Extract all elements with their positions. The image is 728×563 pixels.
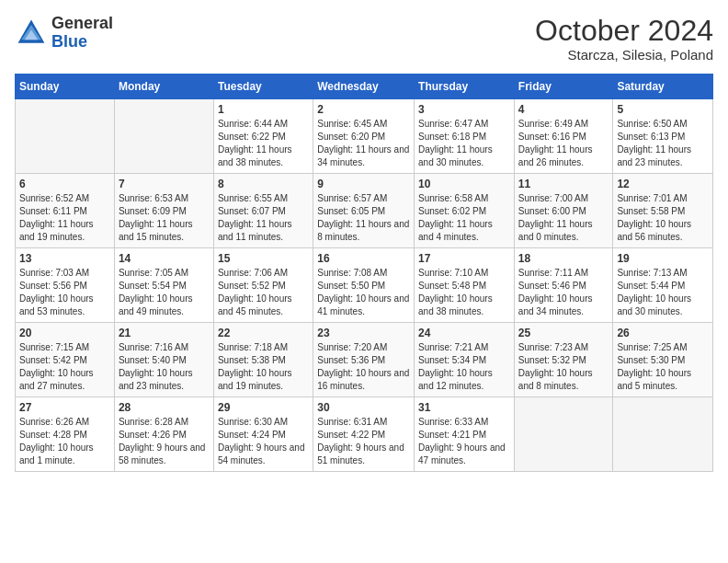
day-info: Sunrise: 6:45 AM Sunset: 6:20 PM Dayligh… bbox=[317, 118, 410, 169]
day-info: Sunrise: 7:20 AM Sunset: 5:36 PM Dayligh… bbox=[317, 341, 410, 393]
week-row-3: 13Sunrise: 7:03 AM Sunset: 5:56 PM Dayli… bbox=[16, 248, 713, 323]
day-number: 17 bbox=[418, 252, 510, 265]
day-number: 10 bbox=[418, 178, 510, 190]
day-number: 11 bbox=[518, 178, 609, 190]
calendar-cell: 26Sunrise: 7:25 AM Sunset: 5:30 PM Dayli… bbox=[613, 323, 713, 397]
week-row-1: 1Sunrise: 6:44 AM Sunset: 6:22 PM Daylig… bbox=[16, 99, 713, 174]
day-info: Sunrise: 6:52 AM Sunset: 6:11 PM Dayligh… bbox=[19, 192, 110, 244]
title-block: October 2024 Starcza, Silesia, Poland bbox=[535, 15, 713, 63]
calendar-cell bbox=[613, 397, 713, 472]
day-number: 2 bbox=[317, 103, 410, 116]
day-info: Sunrise: 6:53 AM Sunset: 6:09 PM Dayligh… bbox=[119, 192, 210, 244]
day-info: Sunrise: 7:23 AM Sunset: 5:32 PM Dayligh… bbox=[518, 341, 609, 393]
calendar-cell: 21Sunrise: 7:16 AM Sunset: 5:40 PM Dayli… bbox=[114, 323, 213, 397]
day-info: Sunrise: 6:57 AM Sunset: 6:05 PM Dayligh… bbox=[317, 192, 410, 244]
calendar-cell bbox=[16, 99, 115, 174]
col-wednesday: Wednesday bbox=[313, 75, 415, 99]
col-friday: Friday bbox=[514, 75, 613, 99]
calendar-cell: 19Sunrise: 7:13 AM Sunset: 5:44 PM Dayli… bbox=[613, 248, 713, 323]
day-info: Sunrise: 6:44 AM Sunset: 6:22 PM Dayligh… bbox=[218, 118, 309, 169]
col-monday: Monday bbox=[114, 75, 213, 99]
day-info: Sunrise: 7:05 AM Sunset: 5:54 PM Dayligh… bbox=[119, 267, 210, 318]
day-info: Sunrise: 7:15 AM Sunset: 5:42 PM Dayligh… bbox=[19, 341, 110, 393]
day-number: 14 bbox=[119, 252, 210, 265]
calendar-cell: 22Sunrise: 7:18 AM Sunset: 5:38 PM Dayli… bbox=[213, 323, 313, 397]
calendar-body: 1Sunrise: 6:44 AM Sunset: 6:22 PM Daylig… bbox=[16, 99, 713, 472]
day-number: 22 bbox=[218, 327, 309, 339]
week-row-5: 27Sunrise: 6:26 AM Sunset: 4:28 PM Dayli… bbox=[16, 397, 713, 472]
calendar-cell bbox=[514, 397, 613, 472]
day-number: 12 bbox=[617, 178, 709, 190]
calendar-cell: 23Sunrise: 7:20 AM Sunset: 5:36 PM Dayli… bbox=[313, 323, 415, 397]
day-info: Sunrise: 7:11 AM Sunset: 5:46 PM Dayligh… bbox=[518, 267, 609, 318]
day-info: Sunrise: 6:47 AM Sunset: 6:18 PM Dayligh… bbox=[418, 118, 510, 169]
day-number: 27 bbox=[19, 401, 110, 414]
day-number: 4 bbox=[518, 103, 609, 116]
logo-text: General Blue bbox=[51, 15, 113, 52]
calendar-cell: 11Sunrise: 7:00 AM Sunset: 6:00 PM Dayli… bbox=[514, 174, 613, 248]
calendar-header: Sunday Monday Tuesday Wednesday Thursday… bbox=[16, 75, 713, 99]
month-title: October 2024 bbox=[535, 15, 713, 47]
day-info: Sunrise: 7:10 AM Sunset: 5:48 PM Dayligh… bbox=[418, 267, 510, 318]
calendar-cell: 20Sunrise: 7:15 AM Sunset: 5:42 PM Dayli… bbox=[16, 323, 115, 397]
header: General Blue October 2024 Starcza, Siles… bbox=[15, 15, 713, 63]
day-info: Sunrise: 7:25 AM Sunset: 5:30 PM Dayligh… bbox=[617, 341, 709, 393]
day-number: 21 bbox=[119, 327, 210, 339]
day-number: 8 bbox=[218, 178, 309, 190]
col-saturday: Saturday bbox=[613, 75, 713, 99]
calendar-cell: 2Sunrise: 6:45 AM Sunset: 6:20 PM Daylig… bbox=[313, 99, 415, 174]
day-number: 23 bbox=[317, 327, 410, 339]
day-info: Sunrise: 7:13 AM Sunset: 5:44 PM Dayligh… bbox=[617, 267, 709, 318]
col-thursday: Thursday bbox=[415, 75, 515, 99]
day-number: 24 bbox=[418, 327, 510, 339]
day-info: Sunrise: 6:55 AM Sunset: 6:07 PM Dayligh… bbox=[218, 192, 309, 244]
logo: General Blue bbox=[15, 15, 113, 52]
calendar-cell: 10Sunrise: 6:58 AM Sunset: 6:02 PM Dayli… bbox=[415, 174, 515, 248]
day-info: Sunrise: 7:00 AM Sunset: 6:00 PM Dayligh… bbox=[518, 192, 609, 244]
day-number: 25 bbox=[518, 327, 609, 339]
calendar-table: Sunday Monday Tuesday Wednesday Thursday… bbox=[15, 74, 713, 472]
day-number: 5 bbox=[617, 103, 709, 116]
calendar-cell: 16Sunrise: 7:08 AM Sunset: 5:50 PM Dayli… bbox=[313, 248, 415, 323]
calendar-cell: 24Sunrise: 7:21 AM Sunset: 5:34 PM Dayli… bbox=[415, 323, 515, 397]
day-number: 31 bbox=[418, 401, 510, 414]
calendar-cell: 28Sunrise: 6:28 AM Sunset: 4:26 PM Dayli… bbox=[114, 397, 213, 472]
calendar-cell: 1Sunrise: 6:44 AM Sunset: 6:22 PM Daylig… bbox=[213, 99, 313, 174]
calendar-cell: 4Sunrise: 6:49 AM Sunset: 6:16 PM Daylig… bbox=[514, 99, 613, 174]
calendar-cell: 27Sunrise: 6:26 AM Sunset: 4:28 PM Dayli… bbox=[16, 397, 115, 472]
day-info: Sunrise: 7:16 AM Sunset: 5:40 PM Dayligh… bbox=[119, 341, 210, 393]
header-row: Sunday Monday Tuesday Wednesday Thursday… bbox=[16, 75, 713, 99]
calendar-cell: 17Sunrise: 7:10 AM Sunset: 5:48 PM Dayli… bbox=[415, 248, 515, 323]
calendar-cell: 13Sunrise: 7:03 AM Sunset: 5:56 PM Dayli… bbox=[16, 248, 115, 323]
day-info: Sunrise: 6:31 AM Sunset: 4:22 PM Dayligh… bbox=[317, 416, 410, 467]
day-info: Sunrise: 6:26 AM Sunset: 4:28 PM Dayligh… bbox=[19, 416, 110, 467]
day-number: 13 bbox=[19, 252, 110, 265]
calendar-cell: 29Sunrise: 6:30 AM Sunset: 4:24 PM Dayli… bbox=[213, 397, 313, 472]
calendar-cell: 3Sunrise: 6:47 AM Sunset: 6:18 PM Daylig… bbox=[415, 99, 515, 174]
day-info: Sunrise: 6:50 AM Sunset: 6:13 PM Dayligh… bbox=[617, 118, 709, 169]
day-info: Sunrise: 7:08 AM Sunset: 5:50 PM Dayligh… bbox=[317, 267, 410, 318]
day-number: 18 bbox=[518, 252, 609, 265]
logo-blue: Blue bbox=[51, 32, 87, 51]
logo-general: General bbox=[51, 14, 113, 32]
day-number: 16 bbox=[317, 252, 410, 265]
day-number: 20 bbox=[19, 327, 110, 339]
day-number: 6 bbox=[19, 178, 110, 190]
day-number: 9 bbox=[317, 178, 410, 190]
day-number: 15 bbox=[218, 252, 309, 265]
day-number: 19 bbox=[617, 252, 709, 265]
day-info: Sunrise: 7:01 AM Sunset: 5:58 PM Dayligh… bbox=[617, 192, 709, 244]
col-sunday: Sunday bbox=[16, 75, 115, 99]
calendar-cell: 8Sunrise: 6:55 AM Sunset: 6:07 PM Daylig… bbox=[213, 174, 313, 248]
day-number: 3 bbox=[418, 103, 510, 116]
calendar-cell: 6Sunrise: 6:52 AM Sunset: 6:11 PM Daylig… bbox=[16, 174, 115, 248]
calendar-cell: 15Sunrise: 7:06 AM Sunset: 5:52 PM Dayli… bbox=[213, 248, 313, 323]
week-row-2: 6Sunrise: 6:52 AM Sunset: 6:11 PM Daylig… bbox=[16, 174, 713, 248]
day-info: Sunrise: 6:33 AM Sunset: 4:21 PM Dayligh… bbox=[418, 416, 510, 467]
calendar-cell: 30Sunrise: 6:31 AM Sunset: 4:22 PM Dayli… bbox=[313, 397, 415, 472]
day-number: 7 bbox=[119, 178, 210, 190]
day-info: Sunrise: 7:06 AM Sunset: 5:52 PM Dayligh… bbox=[218, 267, 309, 318]
day-info: Sunrise: 6:49 AM Sunset: 6:16 PM Dayligh… bbox=[518, 118, 609, 169]
calendar-cell: 12Sunrise: 7:01 AM Sunset: 5:58 PM Dayli… bbox=[613, 174, 713, 248]
day-info: Sunrise: 6:30 AM Sunset: 4:24 PM Dayligh… bbox=[218, 416, 309, 467]
